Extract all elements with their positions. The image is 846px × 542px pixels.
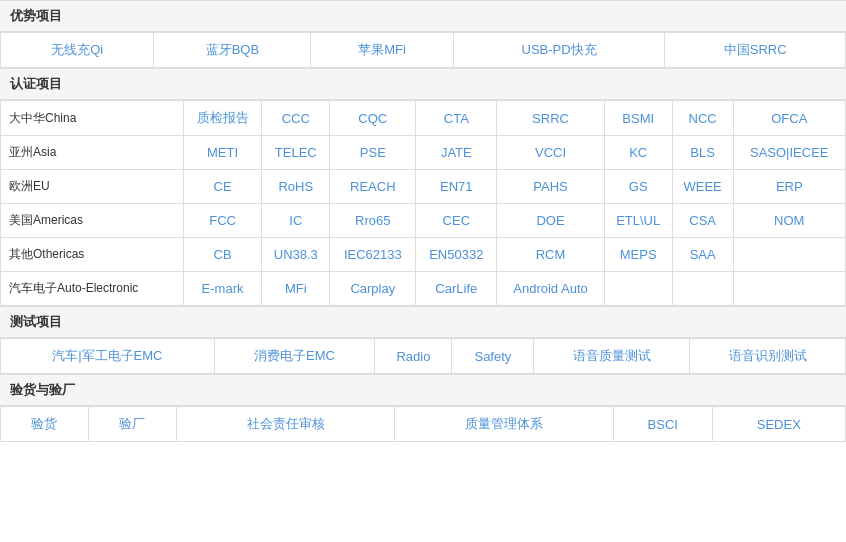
certification-header: 认证项目 bbox=[0, 68, 846, 100]
test-3: Safety bbox=[452, 339, 534, 374]
row-label-4: 其他Othericas bbox=[1, 238, 184, 272]
cert-5-2: Carplay bbox=[330, 272, 416, 306]
cert-5-5 bbox=[604, 272, 672, 306]
testing-row: 汽车|军工电子EMC 消费电子EMC Radio Safety 语音质量测试 语… bbox=[1, 339, 846, 374]
inspection-title: 验货与验厂 bbox=[10, 382, 75, 397]
advantage-item-4: 中国SRRC bbox=[665, 33, 846, 68]
row-label-0: 大中华China bbox=[1, 101, 184, 136]
advantage-row: 无线充Qi 蓝牙BQB 苹果MFi USB-PD快充 中国SRRC bbox=[1, 33, 846, 68]
cert-3-3: CEC bbox=[416, 204, 497, 238]
cert-2-1: RoHS bbox=[262, 170, 330, 204]
inspect-1: 验厂 bbox=[88, 407, 176, 442]
cert-1-5: KC bbox=[604, 136, 672, 170]
testing-header: 测试项目 bbox=[0, 306, 846, 338]
cert-2-6: WEEE bbox=[672, 170, 733, 204]
cert-4-6: SAA bbox=[672, 238, 733, 272]
testing-table: 汽车|军工电子EMC 消费电子EMC Radio Safety 语音质量测试 语… bbox=[0, 338, 846, 374]
table-row: 汽车电子Auto-Electronic E-mark MFi Carplay C… bbox=[1, 272, 846, 306]
cert-1-4: VCCI bbox=[497, 136, 604, 170]
cert-2-7: ERP bbox=[733, 170, 845, 204]
cert-5-4: Android Auto bbox=[497, 272, 604, 306]
cert-5-0: E-mark bbox=[183, 272, 261, 306]
cert-3-5: ETL\UL bbox=[604, 204, 672, 238]
advantage-item-2: 苹果MFi bbox=[311, 33, 453, 68]
cert-0-3: CTA bbox=[416, 101, 497, 136]
cert-4-3: EN50332 bbox=[416, 238, 497, 272]
advantage-title: 优势项目 bbox=[10, 8, 62, 23]
testing-title: 测试项目 bbox=[10, 314, 62, 329]
table-row: 欧洲EU CE RoHS REACH EN71 PAHS GS WEEE ERP bbox=[1, 170, 846, 204]
test-0: 汽车|军工电子EMC bbox=[1, 339, 215, 374]
table-row: 大中华China 质检报告 CCC CQC CTA SRRC BSMI NCC … bbox=[1, 101, 846, 136]
inspect-2: 社会责任审核 bbox=[176, 407, 395, 442]
cert-0-2: CQC bbox=[330, 101, 416, 136]
advantage-item-0: 无线充Qi bbox=[1, 33, 154, 68]
cert-4-2: IEC62133 bbox=[330, 238, 416, 272]
row-label-1: 亚州Asia bbox=[1, 136, 184, 170]
certification-title: 认证项目 bbox=[10, 76, 62, 91]
row-label-3: 美国Americas bbox=[1, 204, 184, 238]
row-label-5: 汽车电子Auto-Electronic bbox=[1, 272, 184, 306]
cert-0-7: OFCA bbox=[733, 101, 845, 136]
cert-5-3: CarLife bbox=[416, 272, 497, 306]
advantage-item-1: 蓝牙BQB bbox=[154, 33, 311, 68]
cert-5-1: MFi bbox=[262, 272, 330, 306]
cert-1-2: PSE bbox=[330, 136, 416, 170]
cert-4-0: CB bbox=[183, 238, 261, 272]
cert-0-5: BSMI bbox=[604, 101, 672, 136]
test-1: 消费电子EMC bbox=[214, 339, 375, 374]
cert-2-0: CE bbox=[183, 170, 261, 204]
cert-1-6: BLS bbox=[672, 136, 733, 170]
inspect-0: 验货 bbox=[1, 407, 89, 442]
cert-3-0: FCC bbox=[183, 204, 261, 238]
inspect-5: SEDEX bbox=[712, 407, 845, 442]
advantage-item-3: USB-PD快充 bbox=[453, 33, 664, 68]
cert-0-1: CCC bbox=[262, 101, 330, 136]
cert-0-0: 质检报告 bbox=[183, 101, 261, 136]
inspect-4: BSCI bbox=[613, 407, 712, 442]
cert-4-1: UN38.3 bbox=[262, 238, 330, 272]
cert-2-3: EN71 bbox=[416, 170, 497, 204]
cert-3-7: NOM bbox=[733, 204, 845, 238]
advantage-table: 无线充Qi 蓝牙BQB 苹果MFi USB-PD快充 中国SRRC bbox=[0, 32, 846, 68]
advantage-header: 优势项目 bbox=[0, 0, 846, 32]
inspection-row: 验货 验厂 社会责任审核 质量管理体系 BSCI SEDEX bbox=[1, 407, 846, 442]
cert-1-1: TELEC bbox=[262, 136, 330, 170]
cert-3-1: IC bbox=[262, 204, 330, 238]
cert-3-6: CSA bbox=[672, 204, 733, 238]
cert-3-2: Rro65 bbox=[330, 204, 416, 238]
cert-1-0: METI bbox=[183, 136, 261, 170]
test-2: Radio bbox=[375, 339, 452, 374]
cert-1-3: JATE bbox=[416, 136, 497, 170]
cert-0-4: SRRC bbox=[497, 101, 604, 136]
cert-1-7: SASO|IECEE bbox=[733, 136, 845, 170]
certification-table: 大中华China 质检报告 CCC CQC CTA SRRC BSMI NCC … bbox=[0, 100, 846, 306]
row-label-2: 欧洲EU bbox=[1, 170, 184, 204]
table-row: 亚州Asia METI TELEC PSE JATE VCCI KC BLS S… bbox=[1, 136, 846, 170]
test-5: 语音识别测试 bbox=[690, 339, 846, 374]
inspection-header: 验货与验厂 bbox=[0, 374, 846, 406]
cert-3-4: DOE bbox=[497, 204, 604, 238]
table-row: 美国Americas FCC IC Rro65 CEC DOE ETL\UL C… bbox=[1, 204, 846, 238]
cert-4-5: MEPS bbox=[604, 238, 672, 272]
cert-2-4: PAHS bbox=[497, 170, 604, 204]
cert-0-6: NCC bbox=[672, 101, 733, 136]
cert-2-5: GS bbox=[604, 170, 672, 204]
table-row: 其他Othericas CB UN38.3 IEC62133 EN50332 R… bbox=[1, 238, 846, 272]
cert-4-4: RCM bbox=[497, 238, 604, 272]
inspection-table: 验货 验厂 社会责任审核 质量管理体系 BSCI SEDEX bbox=[0, 406, 846, 442]
inspect-3: 质量管理体系 bbox=[395, 407, 614, 442]
cert-5-6 bbox=[672, 272, 733, 306]
cert-5-7 bbox=[733, 272, 845, 306]
cert-2-2: REACH bbox=[330, 170, 416, 204]
cert-4-7 bbox=[733, 238, 845, 272]
test-4: 语音质量测试 bbox=[534, 339, 690, 374]
